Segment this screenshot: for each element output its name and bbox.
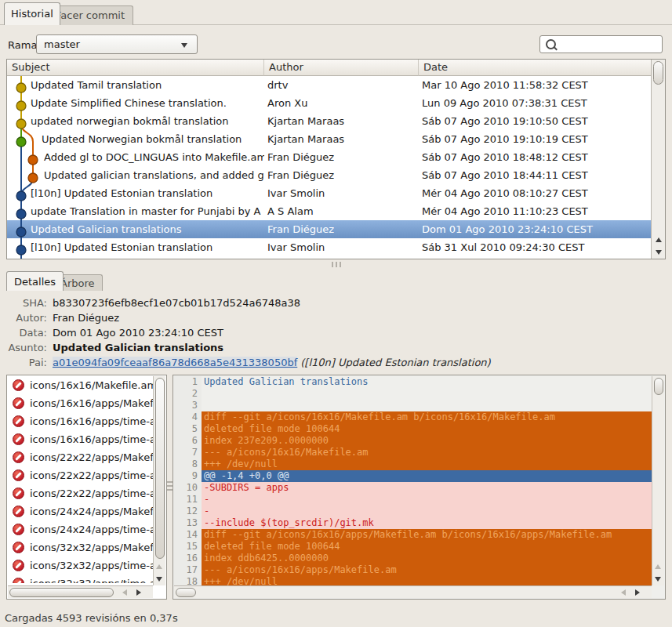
deleted-file-icon	[13, 451, 24, 463]
scroll-up-button[interactable]	[652, 560, 664, 572]
file-name: icons/22x22/apps/time-admin	[30, 469, 153, 481]
list-item[interactable]: icons/16x16/apps/time-admin	[8, 430, 153, 448]
scroll-up-button[interactable]	[652, 234, 665, 245]
date-label: Data:	[6, 327, 47, 339]
commit-subject: [l10n] Updated Estonian translation	[7, 187, 264, 199]
diff-line-text: @@ -1,4 +0,0 @@	[202, 470, 652, 482]
scrollbar-thumb[interactable]	[9, 588, 114, 597]
file-name: icons/16x16/Makefile.am	[30, 379, 153, 391]
branch-select[interactable]: master	[36, 34, 198, 54]
deleted-file-icon	[13, 469, 24, 481]
scroll-right-button[interactable]	[133, 586, 145, 598]
tab-historial[interactable]: Historial	[4, 2, 60, 25]
list-item[interactable]: icons/32x32/apps/Makefile.am	[8, 538, 153, 556]
subject-value: Updated Galician translations	[53, 342, 223, 353]
author-value: Fran Diéguez	[53, 312, 119, 324]
main-tabbar: Historial Facer commit	[0, 0, 672, 25]
scrollbar-thumb[interactable]	[654, 378, 663, 395]
file-list: icons/16x16/Makefile.amicons/16x16/apps/…	[8, 376, 153, 583]
diff-line-number: 7	[174, 447, 202, 458]
diff-line: 13--include $(top_srcdir)/git.mk	[174, 517, 652, 529]
deleted-file-icon	[13, 506, 24, 517]
list-item[interactable]: icons/32x32/apps/time-admin	[8, 574, 153, 583]
column-header-subject[interactable]: Subject	[7, 60, 264, 76]
diff-line-number: 18	[174, 576, 202, 585]
diff-line-number: 3	[174, 400, 202, 411]
deleted-file-icon	[13, 415, 24, 427]
file-name: icons/32x32/apps/Makefile.am	[30, 542, 153, 553]
scroll-right-button[interactable]	[631, 586, 644, 598]
diff-line-number: 12	[174, 506, 202, 517]
table-row[interactable]: Updated Galician translationsFran Diégue…	[7, 220, 651, 238]
list-item[interactable]: icons/24x24/apps/Makefile.am	[8, 502, 153, 520]
scrollbar-thumb[interactable]	[155, 378, 165, 559]
scroll-down-button[interactable]	[652, 246, 665, 258]
deleted-file-icon	[13, 487, 24, 499]
scroll-up-button[interactable]	[153, 560, 165, 572]
file-name: icons/16x16/apps/time-admin	[30, 433, 153, 445]
list-item[interactable]: icons/32x32/apps/time-admin	[8, 556, 153, 574]
list-item[interactable]: icons/22x22/apps/time-admin	[8, 466, 153, 484]
diff-line-number: 17	[174, 564, 202, 576]
table-row[interactable]: updated norwegian bokmål translationKjar…	[7, 112, 651, 130]
table-row[interactable]: Added gl to DOC_LINGUAS into Makefile.am…	[7, 148, 651, 166]
diff-line-text: --- a/icons/16x16/apps/Makefile.am	[202, 564, 652, 576]
file-list-vscrollbar[interactable]	[153, 376, 165, 585]
commit-subject: Updated galician translations, and added…	[7, 169, 264, 181]
search-icon	[546, 39, 556, 49]
file-list-panel: icons/16x16/Makefile.amicons/16x16/apps/…	[6, 375, 167, 600]
bottom-splitter-handle[interactable]	[167, 481, 173, 494]
commit-list-vscrollbar[interactable]	[651, 60, 665, 259]
parent-sha-link[interactable]: a01e094fa09fceaaf86a78d668a5e431338050bf	[53, 357, 297, 368]
diff-line-text: Updated Galician translations	[202, 376, 652, 388]
commit-date: Sáb 07 Ago 2010 18:44:11 CEST	[419, 169, 651, 181]
column-header-author[interactable]: Author	[264, 60, 419, 76]
column-header-date[interactable]: Date	[419, 60, 651, 76]
commit-date: Mar 10 Ago 2010 11:58:32 CEST	[419, 79, 651, 91]
commit-subject: Updated Tamil translation	[7, 79, 264, 91]
sha-label: SHA:	[6, 297, 47, 309]
date-value: Dom 01 Ago 2010 23:24:10 CEST	[53, 327, 223, 339]
diff-line: 16index ddb6425..0000000	[174, 553, 652, 564]
diff-hscrollbar[interactable]	[174, 585, 652, 598]
file-name: icons/24x24/apps/Makefile.am	[30, 506, 153, 517]
list-item[interactable]: icons/16x16/apps/Makefile.am	[8, 394, 153, 412]
search-input[interactable]	[559, 38, 660, 51]
table-row[interactable]: [l10n] Updated Estonian translationIvar …	[7, 238, 651, 256]
table-row[interactable]: Update Simplified Chinese translation.Ar…	[7, 94, 651, 112]
diff-line-text: -	[202, 494, 652, 506]
diff-line-text: diff --git a/icons/16x16/apps/Makefile.a…	[202, 529, 652, 541]
diff-vscrollbar[interactable]	[652, 376, 664, 585]
chevron-down-icon	[181, 43, 187, 48]
table-row[interactable]: Updated Tamil translationdrtvMar 10 Ago …	[7, 76, 651, 94]
scroll-left-button[interactable]	[617, 586, 630, 598]
scroll-down-button[interactable]	[153, 573, 165, 585]
diff-line-text: +++ /dev/null	[202, 458, 652, 470]
list-item[interactable]: icons/22x22/apps/time-admin	[8, 484, 153, 502]
file-list-hscrollbar[interactable]	[8, 585, 153, 598]
parent-label: Pai:	[6, 357, 47, 368]
file-name: icons/22x22/apps/Makefile.am	[30, 451, 153, 463]
commit-author: Fran Diéguez	[264, 151, 419, 163]
list-item[interactable]: icons/22x22/apps/Makefile.am	[8, 448, 153, 466]
list-item[interactable]: icons/24x24/apps/time-admin	[8, 520, 153, 538]
pane-splitter-handle[interactable]	[330, 262, 343, 267]
commit-subject: update Translation in master for Punjabi…	[7, 205, 264, 217]
table-row[interactable]: [l10n] Updated Estonian translationIvar …	[7, 184, 651, 202]
table-row[interactable]: Updated Norwegian bokmål translationKjar…	[7, 130, 651, 148]
scroll-left-button[interactable]	[118, 586, 131, 598]
commit-author: Kjartan Maraas	[264, 133, 419, 145]
scrollbar-thumb[interactable]	[653, 61, 663, 85]
search-box	[539, 35, 663, 53]
deleted-file-icon	[13, 542, 24, 553]
diff-line: 4diff --git a/icons/16x16/Makefile.am b/…	[174, 411, 652, 423]
list-item[interactable]: icons/16x16/apps/time-admin	[8, 412, 153, 430]
table-row[interactable]: update Translation in master for Punjabi…	[7, 202, 651, 220]
list-item[interactable]: icons/16x16/Makefile.am	[8, 376, 153, 394]
tab-detalles[interactable]: Detalles	[6, 271, 64, 291]
scrollbar-thumb[interactable]	[176, 588, 196, 597]
scroll-down-button[interactable]	[652, 573, 664, 585]
commit-date: Mér 04 Ago 2010 11:10:23 CEST	[419, 205, 651, 217]
author-label: Autor:	[6, 312, 47, 324]
table-row[interactable]: Updated galician translations, and added…	[7, 166, 651, 184]
